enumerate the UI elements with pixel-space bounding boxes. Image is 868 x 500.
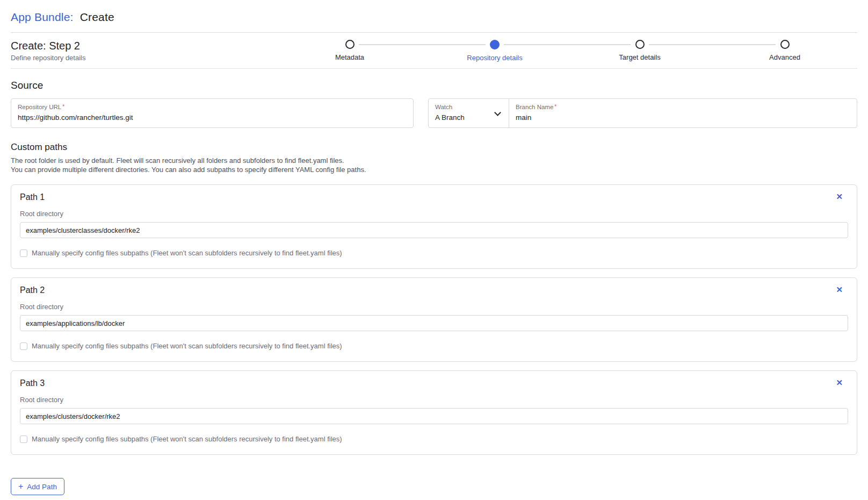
masthead: App Bundle: Create: [11, 0, 857, 32]
wizard-step-header: Create: Step 2 Define repository details…: [11, 33, 857, 69]
step-circle-icon: [345, 40, 355, 49]
subpaths-checkbox[interactable]: [20, 342, 27, 350]
wizard-step-subtitle: Define repository details: [11, 54, 85, 62]
repository-url-input[interactable]: [18, 113, 407, 122]
step-circle-icon: [635, 40, 645, 49]
stepper-step-metadata[interactable]: Metadata: [277, 40, 422, 62]
stepper-step-target-details[interactable]: Target details: [567, 40, 712, 62]
step-circle-active-icon: [490, 40, 500, 49]
custom-paths-description-line1: The root folder is used by default. Flee…: [11, 156, 344, 165]
required-asterisk: *: [554, 104, 556, 110]
branch-name-field[interactable]: Branch Name*: [509, 99, 857, 127]
step-label: Metadata: [335, 53, 364, 61]
add-path-button[interactable]: + Add Path: [11, 478, 64, 495]
add-path-button-label: Add Path: [27, 483, 57, 491]
root-directory-input[interactable]: [20, 315, 848, 331]
app-bundle-create-page: App Bundle: Create Create: Step 2 Define…: [0, 0, 868, 500]
subpaths-checkbox-row: Manually specify config files subpaths (…: [20, 342, 848, 350]
required-asterisk: *: [62, 104, 64, 110]
wizard-step-info: Create: Step 2 Define repository details: [11, 40, 85, 62]
step-circle-icon: [780, 40, 790, 49]
subpaths-checkbox-label[interactable]: Manually specify config files subpaths (…: [32, 249, 342, 257]
close-icon[interactable]: ✕: [835, 191, 844, 202]
watch-selected-value: A Branch: [435, 113, 502, 122]
subpaths-checkbox-label[interactable]: Manually specify config files subpaths (…: [32, 342, 342, 350]
page-title: App Bundle: Create: [11, 11, 857, 24]
source-heading: Source: [11, 80, 857, 91]
branch-name-label-text: Branch Name: [516, 104, 553, 110]
repository-url-field[interactable]: Repository URL*: [11, 98, 414, 128]
path-card-title: Path 3: [20, 378, 848, 388]
source-fields-row: Repository URL* Watch A Branch Branch Na…: [11, 98, 857, 128]
path-card-1: Path 1 ✕ Root directory Manually specify…: [11, 184, 857, 269]
wizard-stepper: Metadata Repository details Target detai…: [277, 40, 857, 62]
subpaths-checkbox-row: Manually specify config files subpaths (…: [20, 435, 848, 443]
custom-paths-description-line2: You can provide multiple different direc…: [11, 166, 366, 174]
plus-icon: +: [18, 482, 23, 491]
close-icon[interactable]: ✕: [835, 377, 844, 388]
page-title-prefix: App Bundle:: [11, 11, 74, 23]
root-directory-label: Root directory: [20, 303, 848, 311]
subpaths-checkbox[interactable]: [20, 435, 27, 443]
step-label: Target details: [619, 53, 660, 61]
custom-paths-heading: Custom paths: [11, 142, 857, 153]
root-directory-input[interactable]: [20, 222, 848, 238]
branch-name-label: Branch Name*: [516, 104, 850, 110]
step-label: Repository details: [467, 54, 522, 62]
path-card-3: Path 3 ✕ Root directory Manually specify…: [11, 370, 857, 455]
page-title-action: Create: [80, 11, 114, 23]
watch-select[interactable]: Watch A Branch: [429, 99, 509, 127]
watch-label: Watch: [435, 104, 502, 110]
stepper-step-repository-details[interactable]: Repository details: [422, 40, 567, 62]
wizard-step-title: Create: Step 2: [11, 40, 85, 52]
step-label: Advanced: [769, 53, 800, 61]
repository-url-label: Repository URL*: [18, 104, 407, 110]
path-card-title: Path 2: [20, 285, 848, 295]
subpaths-checkbox-row: Manually specify config files subpaths (…: [20, 249, 848, 257]
root-directory-label: Root directory: [20, 396, 848, 404]
subpaths-checkbox-label[interactable]: Manually specify config files subpaths (…: [32, 435, 342, 443]
stepper-step-advanced[interactable]: Advanced: [712, 40, 857, 62]
branch-name-input[interactable]: [516, 113, 850, 122]
root-directory-label: Root directory: [20, 210, 848, 218]
path-card-title: Path 1: [20, 192, 848, 202]
repository-url-label-text: Repository URL: [18, 104, 61, 110]
subpaths-checkbox[interactable]: [20, 249, 27, 257]
watch-branch-field-group: Watch A Branch Branch Name*: [428, 98, 857, 128]
close-icon[interactable]: ✕: [835, 284, 844, 295]
root-directory-input[interactable]: [20, 408, 848, 424]
custom-paths-description: The root folder is used by default. Flee…: [11, 156, 857, 174]
path-card-2: Path 2 ✕ Root directory Manually specify…: [11, 277, 857, 362]
